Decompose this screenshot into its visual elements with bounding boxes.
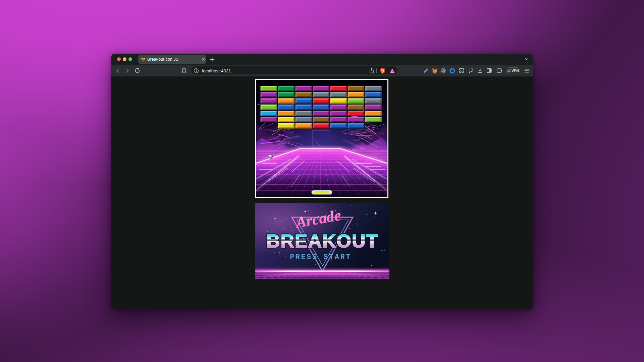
svg-text:PRESS START: PRESS START [290,253,352,261]
